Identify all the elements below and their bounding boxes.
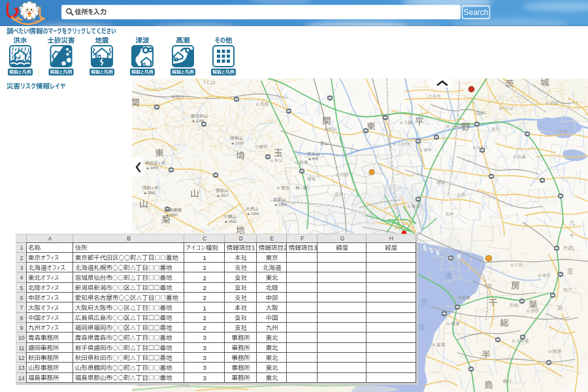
svg-text:G: G [340, 235, 344, 242]
svg-text:2017: 2017 [221, 193, 229, 197]
svg-text:3: 3 [203, 374, 206, 382]
svg-text:3: 3 [203, 364, 206, 371]
svg-text:9: 9 [20, 325, 23, 331]
svg-text:H: H [389, 235, 393, 242]
svg-text:12: 12 [18, 355, 25, 361]
svg-text:D: D [239, 235, 243, 242]
svg-text:3: 3 [203, 334, 206, 341]
svg-text:13: 13 [18, 365, 25, 371]
svg-text:4: 4 [20, 274, 23, 281]
svg-text:A: A [48, 235, 52, 242]
svg-text:2: 2 [203, 314, 206, 321]
svg-text:2: 2 [203, 294, 206, 301]
svg-text:2592: 2592 [148, 191, 155, 195]
svg-text:2: 2 [20, 255, 23, 261]
svg-text:B: B [127, 235, 131, 242]
svg-text:Search: Search [463, 8, 488, 17]
svg-text:2: 2 [203, 274, 206, 282]
svg-text:11: 11 [18, 345, 24, 351]
svg-text:876: 876 [312, 157, 318, 161]
svg-text:1286: 1286 [196, 119, 204, 123]
svg-text:1304: 1304 [278, 203, 286, 206]
svg-text:2: 2 [203, 264, 206, 271]
svg-text:1723: 1723 [235, 141, 243, 145]
svg-text:E: E [270, 235, 274, 242]
svg-text:F: F [301, 235, 304, 242]
svg-text:3: 3 [203, 344, 206, 351]
svg-text:1266: 1266 [251, 212, 259, 216]
svg-text:10: 10 [18, 335, 25, 341]
svg-text:6: 6 [20, 295, 23, 301]
svg-text:5: 5 [20, 285, 23, 291]
svg-text:2: 2 [203, 324, 206, 331]
svg-text:14: 14 [18, 375, 25, 382]
svg-text:1531: 1531 [229, 220, 237, 223]
svg-text:8: 8 [20, 315, 23, 321]
svg-text:3: 3 [20, 265, 23, 271]
svg-text:C: C [203, 235, 206, 242]
svg-text:2057: 2057 [170, 213, 178, 217]
svg-text:1: 1 [203, 254, 206, 261]
svg-text:2475: 2475 [150, 166, 158, 170]
svg-text:7: 7 [20, 304, 23, 311]
svg-text:1: 1 [20, 244, 23, 251]
svg-text:2: 2 [203, 284, 206, 291]
svg-text:1: 1 [203, 304, 206, 312]
svg-text:3: 3 [203, 354, 206, 361]
